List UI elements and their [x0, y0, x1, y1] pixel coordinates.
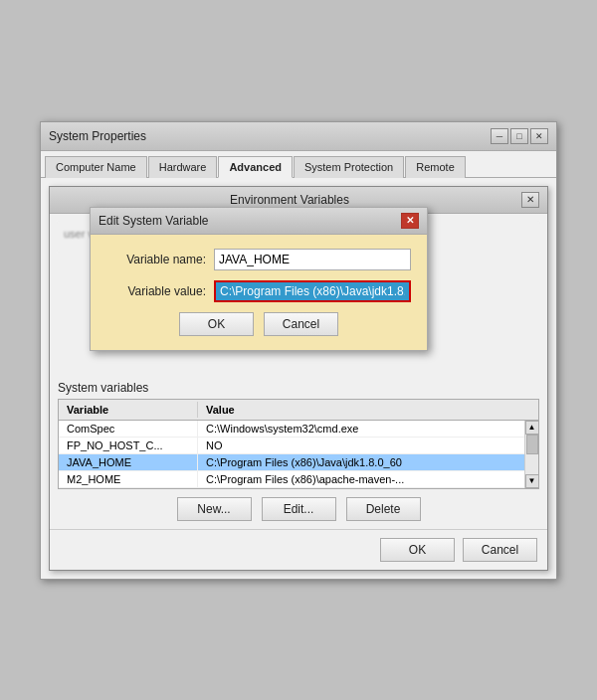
cell-variable-2: JAVA_HOME: [59, 454, 198, 470]
env-vars-content: user variables for ... Edit System Varia…: [50, 214, 547, 529]
variable-value-input[interactable]: [214, 280, 411, 302]
window-titlebar: System Properties ─ □ ✕: [41, 122, 556, 151]
column-header-variable: Variable: [59, 402, 198, 418]
variable-name-input[interactable]: [214, 249, 411, 270]
cell-value-1: NO: [198, 438, 538, 453]
system-variables-section: System variables Variable Value ComSpec …: [58, 381, 539, 521]
new-system-variable-button[interactable]: New...: [177, 497, 252, 521]
column-header-value: Value: [198, 402, 538, 418]
variable-value-label: Variable value:: [106, 284, 206, 298]
edit-dialog-ok-button[interactable]: OK: [179, 312, 254, 336]
delete-system-variable-button[interactable]: Delete: [346, 497, 421, 521]
cell-variable-1: FP_NO_HOST_C...: [59, 438, 198, 453]
variable-name-row: Variable name:: [106, 249, 411, 270]
edit-dialog-close-button[interactable]: ✕: [401, 213, 419, 229]
tabs-bar: Computer Name Hardware Advanced System P…: [41, 151, 556, 178]
variables-table: Variable Value ComSpec C:\Windows\system…: [58, 399, 539, 489]
edit-dialog-title: Edit System Variable: [99, 214, 209, 228]
system-variables-buttons: New... Edit... Delete: [58, 497, 539, 521]
table-row[interactable]: ComSpec C:\Windows\system32\cmd.exe: [59, 421, 538, 438]
system-properties-window: System Properties ─ □ ✕ Computer Name Ha…: [40, 121, 557, 580]
env-vars-title: Environment Variables: [58, 193, 521, 207]
table-scrollbar[interactable]: ▲ ▼: [524, 421, 538, 488]
edit-system-variable-dialog: Edit System Variable ✕ Variable name: Va…: [90, 207, 428, 351]
table-row[interactable]: FP_NO_HOST_C... NO: [59, 438, 538, 454]
tab-computer-name[interactable]: Computer Name: [45, 156, 147, 178]
environment-variables-window: Environment Variables ✕ user variables f…: [49, 186, 548, 571]
tab-advanced[interactable]: Advanced: [218, 156, 293, 178]
variables-table-wrapper: Variable Value ComSpec C:\Windows\system…: [58, 399, 539, 489]
cell-value-2: C:\Program Files (x86)\Java\jdk1.8.0_60: [198, 454, 538, 470]
main-ok-button[interactable]: OK: [380, 538, 455, 562]
window-title: System Properties: [49, 129, 146, 143]
system-variables-label: System variables: [58, 381, 539, 395]
variable-value-row: Variable value:: [106, 280, 411, 302]
main-bottom-buttons: OK Cancel: [50, 529, 547, 570]
edit-dialog-overlay: Edit System Variable ✕ Variable name: Va…: [90, 207, 547, 351]
table-body: ComSpec C:\Windows\system32\cmd.exe FP_N…: [59, 421, 538, 488]
table-header: Variable Value: [59, 400, 538, 421]
tab-hardware[interactable]: Hardware: [148, 156, 218, 178]
table-row[interactable]: M2_HOME C:\Program Files (x86)\apache-ma…: [59, 471, 538, 488]
main-cancel-button[interactable]: Cancel: [463, 538, 537, 562]
variable-name-label: Variable name:: [106, 253, 206, 266]
edit-dialog-cancel-button[interactable]: Cancel: [264, 312, 338, 336]
edit-dialog-titlebar: Edit System Variable ✕: [91, 208, 427, 235]
cell-variable-3: M2_HOME: [59, 471, 198, 487]
cell-variable-0: ComSpec: [59, 421, 198, 437]
tab-remote[interactable]: Remote: [405, 156, 466, 178]
scroll-track: [525, 435, 538, 474]
edit-system-variable-button[interactable]: Edit...: [262, 497, 336, 521]
cell-value-0: C:\Windows\system32\cmd.exe: [198, 421, 538, 437]
edit-dialog-buttons: OK Cancel: [106, 312, 411, 336]
env-vars-close-button[interactable]: ✕: [521, 192, 539, 208]
close-button[interactable]: ✕: [530, 128, 548, 144]
minimize-button[interactable]: ─: [491, 128, 508, 144]
edit-dialog-body: Variable name: Variable value: OK Cancel: [91, 235, 427, 350]
maximize-button[interactable]: □: [510, 128, 528, 144]
tab-system-protection[interactable]: System Protection: [294, 156, 404, 178]
scroll-down-arrow[interactable]: ▼: [525, 474, 539, 488]
table-row[interactable]: JAVA_HOME C:\Program Files (x86)\Java\jd…: [59, 454, 538, 471]
cell-value-3: C:\Program Files (x86)\apache-maven-...: [198, 471, 538, 487]
scroll-up-arrow[interactable]: ▲: [525, 421, 539, 435]
scroll-thumb[interactable]: [526, 435, 538, 454]
window-controls: ─ □ ✕: [491, 128, 548, 144]
